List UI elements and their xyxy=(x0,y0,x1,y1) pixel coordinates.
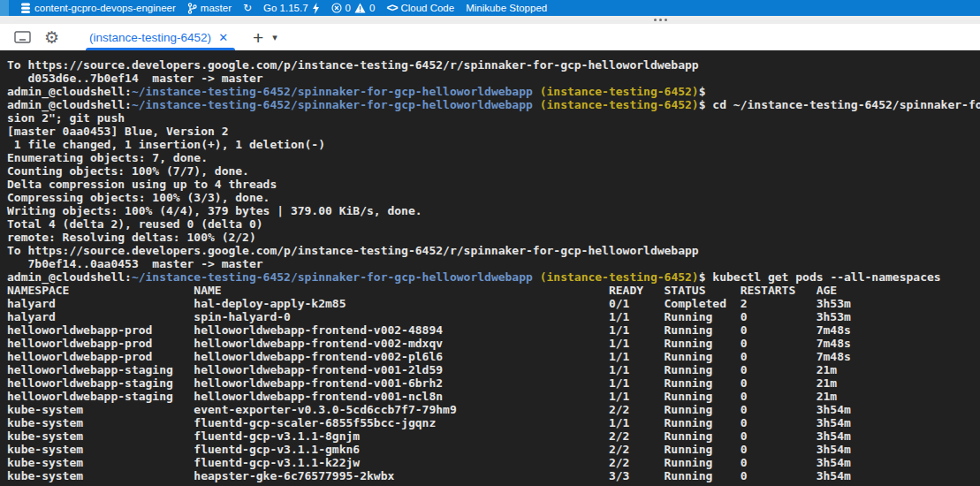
keyboard-icon[interactable] xyxy=(14,31,31,43)
pods-table-row: helloworldwebapp-staging helloworldwebap… xyxy=(7,390,980,403)
pods-table-row: kube-system fluentd-gcp-v3.1.1-k22jw 2/2… xyxy=(7,456,980,469)
chevron-down-icon[interactable]: ▾ xyxy=(272,32,277,43)
terminal-line: Compressing objects: 100% (3/3), done. xyxy=(7,191,980,204)
pods-table-row: helloworldwebapp-prod helloworldwebapp-f… xyxy=(7,350,980,363)
panel-divider xyxy=(0,16,980,24)
prompt-line: admin_@cloudshell:~/instance-testing-645… xyxy=(7,270,980,284)
terminal-line: remote: Resolving deltas: 100% (2/2) xyxy=(7,231,980,244)
project-indicator[interactable]: content-gcpro-devops-engineer xyxy=(20,3,176,14)
close-icon[interactable]: ✕ xyxy=(218,31,228,44)
error-count: 0 xyxy=(346,3,351,13)
minikube-status-label: Minikube Stopped xyxy=(466,3,547,13)
pods-table-row: kube-system fluentd-gcp-v3.1.1-8gnjm 2/2… xyxy=(7,429,980,443)
terminal-tab-bar: ⚙ (instance-testing-6452) ✕ + ▾ xyxy=(0,24,980,50)
warning-count: 0 xyxy=(369,3,375,13)
pods-table-header: NAMESPACE NAME READY STATUS RESTARTS AGE xyxy=(7,284,980,297)
status-bar: content-gcpro-devops-engineer master ↻ G… xyxy=(0,0,980,16)
new-tab-button[interactable]: + xyxy=(253,28,263,47)
terminal-line: Counting objects: 100% (7/7), done. xyxy=(7,164,980,178)
cloud-code-label: Cloud Code xyxy=(400,3,454,13)
minikube-status[interactable]: Minikube Stopped xyxy=(466,3,547,13)
terminal-line: [master 0aa0453] Blue, Version 2 xyxy=(7,125,980,138)
pods-table-row: helloworldwebapp-staging helloworldwebap… xyxy=(7,363,980,376)
sync-icon: ↻ xyxy=(243,3,252,13)
terminal-line: 7b0ef14..0aa0453 master -> master xyxy=(7,257,980,270)
branch-name: master xyxy=(201,3,232,13)
project-name: content-gcpro-devops-engineer xyxy=(34,3,176,13)
database-icon xyxy=(20,3,31,14)
code-brackets-icon: <> xyxy=(386,2,397,14)
lightning-icon xyxy=(312,3,320,14)
pods-table-row: helloworldwebapp-staging helloworldwebap… xyxy=(7,376,980,390)
terminal-line: Writing objects: 100% (4/4), 379 bytes |… xyxy=(7,204,980,217)
pods-table-row: helloworldwebapp-prod helloworldwebapp-f… xyxy=(7,337,980,350)
tab-label: (instance-testing-6452) xyxy=(89,31,211,44)
cloud-code-indicator[interactable]: <> Cloud Code xyxy=(386,2,454,14)
pods-table-row: kube-system fluentd-gcp-scaler-6855f55bc… xyxy=(7,416,980,429)
terminal-output: To https://source.developers.google.com/… xyxy=(7,58,980,482)
warning-icon xyxy=(354,3,366,13)
error-icon xyxy=(331,3,342,13)
pods-table-row: halyard spin-halyard-0 1/1 Running 0 3h5… xyxy=(7,310,980,323)
terminal-line: Enumerating objects: 7, done. xyxy=(7,151,980,164)
terminal-panel[interactable]: To https://source.developers.google.com/… xyxy=(0,50,980,486)
pods-table-row: kube-system fluentd-gcp-v3.1.1-gmkn6 2/2… xyxy=(7,443,980,456)
sync-button[interactable]: ↻ xyxy=(243,3,252,13)
problems-indicator[interactable]: 0 0 xyxy=(331,3,376,13)
git-branch-indicator[interactable]: master xyxy=(187,3,232,14)
terminal-line: To https://source.developers.google.com/… xyxy=(7,244,980,257)
tab-instance-testing-6452[interactable]: (instance-testing-6452) ✕ xyxy=(80,24,237,50)
pods-table-row: halyard hal-deploy-apply-k2m85 0/1 Compl… xyxy=(7,297,980,310)
status-bar-accent xyxy=(0,0,9,16)
terminal-line: d053d6e..7b0ef14 master -> master xyxy=(7,72,980,85)
go-version: Go 1.15.7 xyxy=(263,3,308,13)
settings-gear-icon[interactable]: ⚙ xyxy=(44,27,59,47)
terminal-line: sion 2"; git push xyxy=(7,111,980,125)
terminal-line: 1 file changed, 1 insertion(+), 1 deleti… xyxy=(7,138,980,151)
git-branch-icon xyxy=(187,3,197,14)
go-version-indicator[interactable]: Go 1.15.7 xyxy=(263,3,320,14)
pods-table-row: kube-system event-exporter-v0.3.0-5cd6cc… xyxy=(7,403,980,416)
pods-table-row: kube-system heapster-gke-6c76577995-2kwb… xyxy=(7,469,980,482)
pods-table-row: helloworldwebapp-prod helloworldwebapp-f… xyxy=(7,323,980,337)
panel-drag-handle[interactable] xyxy=(654,19,667,21)
prompt-line: admin_@cloudshell:~/instance-testing-645… xyxy=(7,98,980,111)
terminal-line: Total 4 (delta 2), reused 0 (delta 0) xyxy=(7,217,980,231)
terminal-line: To https://source.developers.google.com/… xyxy=(7,58,980,72)
prompt-line: admin_@cloudshell:~/instance-testing-645… xyxy=(7,85,980,98)
cloud-shell-window: content-gcpro-devops-engineer master ↻ G… xyxy=(0,0,980,486)
terminal-line: Delta compression using up to 4 threads xyxy=(7,178,980,191)
